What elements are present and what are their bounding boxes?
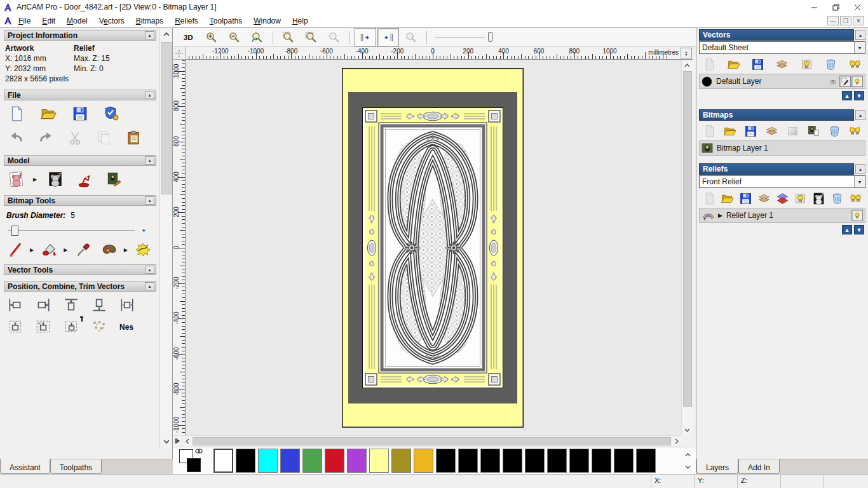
zoom-prev-button[interactable] (247, 28, 268, 47)
palette-swatch[interactable] (569, 449, 589, 473)
gradient-square-button[interactable] (783, 123, 801, 139)
slider-handle[interactable] (11, 226, 18, 236)
scrollbar-thumb[interactable] (161, 42, 172, 194)
canvas-horizontal-scrollbar[interactable] (173, 435, 681, 446)
trash-blue-button[interactable] (828, 191, 846, 206)
scrollbar-thumb[interactable] (193, 437, 671, 445)
bulbs-toggle-button[interactable] (846, 123, 864, 139)
merge-stack-button[interactable] (773, 57, 791, 72)
page-gray-button[interactable] (700, 191, 718, 206)
brush-diameter-slider[interactable]: ✦ (8, 225, 151, 236)
palette-swatch[interactable] (614, 449, 634, 473)
tab-assistant[interactable]: Assistant (0, 459, 50, 474)
menu-bitmaps[interactable]: Bitmaps (130, 15, 169, 27)
menu-edit[interactable]: Edit (36, 15, 61, 27)
palette-swatch[interactable] (525, 449, 545, 473)
cut-button[interactable] (62, 127, 88, 149)
save-floppy-button[interactable] (749, 57, 767, 72)
merge-stack-button[interactable] (755, 191, 773, 206)
zoom-small-button[interactable] (400, 28, 422, 47)
mona-copy-button[interactable] (804, 123, 822, 139)
save-floppy-button[interactable] (742, 123, 760, 139)
palette-swatch[interactable] (214, 449, 233, 473)
sheet-select[interactable]: Default Sheet ▼ (699, 41, 865, 54)
mdi-minimize-button[interactable]: — (827, 16, 839, 25)
merge-stack-button[interactable] (763, 123, 781, 139)
flyout-arrow-icon[interactable]: ▶ (124, 240, 129, 259)
menu-toolpaths[interactable]: Toolpaths (204, 15, 248, 27)
collapse-button[interactable]: ▲ (145, 156, 154, 165)
chevron-down-icon[interactable]: ▼ (854, 42, 865, 53)
collapse-button[interactable]: ▲ (145, 196, 154, 205)
menu-model[interactable]: Model (61, 15, 93, 27)
palette-scroll-down-icon[interactable] (682, 462, 693, 471)
copy-button[interactable] (92, 127, 117, 149)
align-bottom-button[interactable] (86, 294, 112, 316)
layer-diamond-button[interactable] (773, 191, 791, 206)
scroll-left-icon[interactable] (182, 437, 192, 446)
view-contrast-slider[interactable] (435, 32, 494, 43)
bulbs-toggle-button[interactable] (846, 57, 864, 72)
relief-select[interactable]: Front Relief ▼ (699, 175, 865, 188)
restore-button[interactable] (825, 0, 846, 14)
palette-swatch[interactable] (258, 449, 278, 473)
expander-icon[interactable]: ▶ (718, 212, 722, 219)
mdi-restore-button[interactable]: ❐ (840, 16, 851, 25)
collapse-button[interactable]: ▲ (855, 164, 865, 174)
minimize-button[interactable] (803, 0, 825, 14)
collapse-button[interactable]: ▲ (145, 31, 154, 39)
scroll-down-icon[interactable] (161, 437, 172, 447)
bulb-on-button[interactable] (851, 210, 863, 221)
assistant-scrollbar[interactable] (159, 28, 172, 447)
palette-swatch[interactable] (369, 449, 389, 473)
btn-3d-button[interactable]: 3D (178, 28, 200, 47)
zoom-out-button[interactable] (224, 28, 245, 47)
palette-swatch[interactable] (547, 449, 567, 473)
close-button[interactable] (846, 0, 868, 14)
secondary-colour-swatch[interactable] (187, 458, 201, 472)
menu-file[interactable]: File (13, 15, 36, 27)
relief-layer-row[interactable]: + ▶ Relief Layer 1 (699, 208, 865, 223)
zoom-page-button[interactable] (301, 28, 322, 47)
menu-help[interactable]: Help (287, 15, 314, 27)
bulb-on-button[interactable] (851, 76, 863, 87)
vector-layer-row[interactable]: Default Layer (699, 74, 865, 89)
tab-layers[interactable]: Layers (696, 459, 738, 474)
teddy-sketch-button[interactable]: T (4, 168, 29, 190)
magic-texture-button[interactable] (132, 239, 155, 261)
flyout-arrow-icon[interactable]: ▶ (30, 240, 35, 259)
tab-add-in[interactable]: Add In (738, 459, 780, 474)
palette-swatch[interactable] (436, 449, 456, 473)
center-v3-button[interactable] (58, 316, 84, 337)
align-top-button[interactable] (58, 294, 84, 316)
center-v2-button[interactable] (31, 316, 56, 337)
open-folder-button[interactable] (721, 123, 739, 139)
ruler-unit-dropdown[interactable]: ▲▼ (681, 48, 692, 58)
scroll-up-icon[interactable] (161, 29, 172, 39)
palette-swatch[interactable] (503, 449, 522, 473)
mona-brush-button[interactable] (101, 168, 126, 190)
undo-button[interactable] (4, 127, 29, 149)
collapse-button[interactable]: ▲ (145, 91, 154, 99)
save-floppy-button[interactable] (67, 103, 93, 125)
colour-picker-button[interactable] (72, 239, 95, 261)
menu-vectors[interactable]: Vectors (93, 15, 130, 27)
move-layer-up-button[interactable]: ▲ (842, 91, 852, 100)
collapse-button[interactable]: ▲ (855, 30, 865, 40)
collapse-button[interactable]: ▲ (145, 282, 154, 290)
center-horiz-button[interactable] (114, 294, 140, 316)
slider-handle[interactable] (488, 32, 492, 42)
bitmap-layer-row[interactable]: Bitmap Layer 1 (699, 140, 865, 156)
move-layer-down-button[interactable]: ▼ (854, 225, 864, 234)
colour-indicator[interactable] (178, 448, 208, 473)
nesting-button[interactable]: Nes (114, 316, 140, 337)
collapse-button[interactable]: ▲ (855, 110, 865, 120)
scrollbar-thumb[interactable] (683, 71, 692, 407)
options-shield-button[interactable] (99, 103, 125, 125)
scroll-up-icon[interactable] (682, 60, 692, 70)
flyout-arrow-icon[interactable]: ▶ (64, 240, 69, 259)
mdi-close-button[interactable]: ✕ (853, 16, 864, 25)
flyout-arrow-icon[interactable]: ▶ (33, 170, 39, 189)
palette-swatch[interactable] (236, 449, 255, 473)
lock-merge-button[interactable] (827, 76, 839, 87)
